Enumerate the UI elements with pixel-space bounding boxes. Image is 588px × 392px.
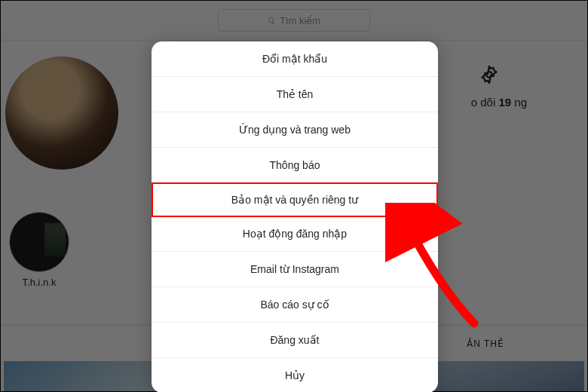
menu-item-cancel[interactable]: Hủy bbox=[152, 358, 438, 392]
menu-item-label: Hoạt động đăng nhập bbox=[243, 228, 347, 240]
menu-item-change-password[interactable]: Đổi mật khẩu bbox=[152, 41, 438, 77]
menu-item-label: Hủy bbox=[285, 369, 305, 381]
menu-item-report-problem[interactable]: Báo cáo sự cố bbox=[152, 287, 438, 323]
menu-item-login-activity[interactable]: Hoạt động đăng nhập bbox=[152, 216, 438, 252]
menu-item-privacy-security[interactable]: Bảo mật và quyền riêng tư bbox=[152, 182, 438, 217]
menu-item-apps-and-websites[interactable]: Ứng dụng và trang web bbox=[152, 112, 438, 148]
menu-item-log-out[interactable]: Đăng xuất bbox=[152, 323, 438, 358]
menu-item-label: Ứng dụng và trang web bbox=[239, 124, 351, 136]
settings-menu: Đổi mật khẩuThẻ tênỨng dụng và trang web… bbox=[152, 41, 438, 392]
menu-item-label: Thẻ tên bbox=[277, 88, 314, 100]
menu-item-label: Đổi mật khẩu bbox=[262, 53, 327, 65]
menu-item-label: Báo cáo sự cố bbox=[260, 299, 329, 311]
app-frame: Tìm kiếm o dõi 19 ng T.h.i.n.k BÀI ẢN TH… bbox=[0, 0, 588, 392]
menu-item-label: Email từ Instagram bbox=[250, 263, 339, 275]
menu-item-notifications[interactable]: Thông báo bbox=[152, 148, 438, 183]
menu-item-nametag[interactable]: Thẻ tên bbox=[152, 77, 438, 112]
menu-item-emails-from-ig[interactable]: Email từ Instagram bbox=[152, 252, 438, 287]
menu-item-label: Bảo mật và quyền riêng tư bbox=[231, 194, 358, 206]
menu-item-label: Đăng xuất bbox=[270, 334, 319, 346]
menu-item-label: Thông báo bbox=[270, 159, 320, 171]
